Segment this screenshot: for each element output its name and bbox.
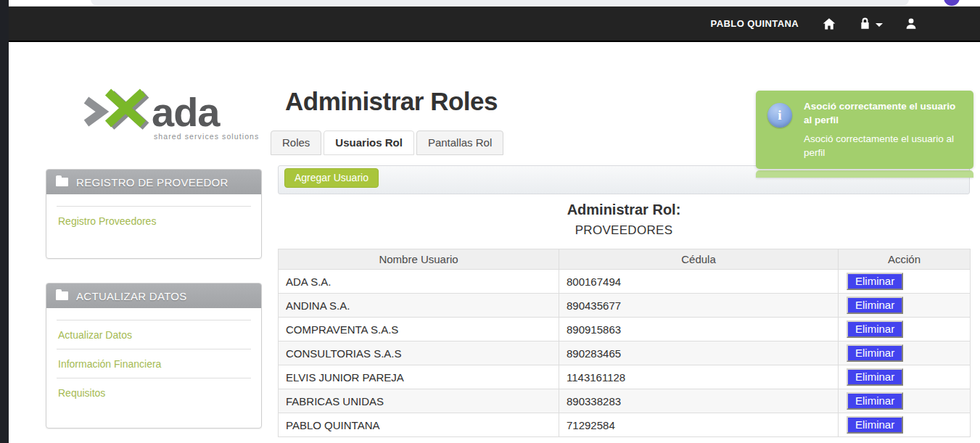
logged-in-username: PABLO QUINTANA — [711, 18, 799, 29]
agregar-usuario-button[interactable]: Agregar Usuario — [284, 168, 379, 188]
panel-title: ACTUALIZAR DATOS — [76, 290, 187, 302]
sidebar-link-requisitos[interactable]: Requisitos — [57, 378, 251, 407]
table-body: ADA S.A.800167494EliminarANDINA S.A.8904… — [279, 270, 971, 437]
column-header-cedula: Cédula — [559, 249, 839, 270]
panel-header: ACTUALIZAR DATOS — [46, 283, 261, 308]
cell-nombre-usuario: FABRICAS UNIDAS — [279, 389, 559, 413]
cell-nombre-usuario: ANDINA S.A. — [279, 294, 559, 318]
column-header-nombre-usuario: Nombre Usuario — [279, 249, 559, 270]
cell-cedula: 800167494 — [559, 270, 839, 294]
cell-accion: Eliminar — [839, 341, 971, 365]
cell-accion: Eliminar — [839, 294, 971, 318]
window-edge-strip — [0, 0, 9, 443]
sidebar-link-actualizar-datos[interactable]: Actualizar Datos — [57, 320, 251, 349]
sidebar-panel-actualizar-datos: ACTUALIZAR DATOS Actualizar DatosInforma… — [46, 283, 262, 428]
eliminar-button[interactable]: Eliminar — [847, 297, 903, 314]
cell-cedula: 890283465 — [559, 341, 839, 365]
eliminar-button[interactable]: Eliminar — [847, 320, 903, 338]
table-row: COMPRAVENTA S.A.S890915863Eliminar — [279, 318, 971, 341]
role-heading: Administrar Rol: — [278, 202, 970, 218]
eliminar-button[interactable]: Eliminar — [847, 368, 903, 386]
role-name: PROVEEDORES — [278, 223, 970, 238]
table-row: ADA S.A.800167494Eliminar — [279, 270, 971, 294]
cell-accion: Eliminar — [839, 413, 971, 437]
table-row: CONSULTORIAS S.A.S890283465Eliminar — [279, 341, 971, 365]
toast-title: Asoció correctamente el usuario al perfi… — [804, 100, 962, 128]
address-bar-edge — [91, 0, 909, 6]
info-icon: i — [767, 103, 792, 128]
ada-logo: ada shared services solutions — [75, 81, 272, 145]
eliminar-button[interactable]: Eliminar — [847, 416, 903, 434]
cell-nombre-usuario: ELVIS JUNIOR PAREJA — [279, 365, 559, 389]
cell-cedula: 71292584 — [559, 413, 839, 437]
browser-toolbar-edge — [9, 0, 980, 7]
home-icon[interactable] — [822, 17, 836, 31]
top-navbar: PABLO QUINTANA — [9, 7, 980, 42]
user-profile-icon[interactable] — [905, 17, 918, 30]
cell-nombre-usuario: ADA S.A. — [279, 270, 559, 294]
cell-cedula: 890915863 — [559, 318, 839, 341]
table-row: PABLO QUINTANA71292584Eliminar — [279, 413, 971, 437]
page-title: Administrar Roles — [285, 87, 498, 116]
tab-bar: RolesUsuarios RolPantallas Rol — [271, 131, 503, 155]
tab-roles[interactable]: Roles — [271, 131, 321, 155]
cell-nombre-usuario: CONSULTORIAS S.A.S — [279, 341, 559, 365]
sidebar-panel-registro-proveedor: REGISTRO DE PROVEEDOR Registro Proveedor… — [46, 169, 262, 259]
logo-chevron — [86, 100, 102, 123]
logo-tagline: shared services solutions — [154, 132, 259, 141]
table-row: FABRICAS UNIDAS890338283Eliminar — [279, 389, 971, 413]
sidebar-link-registro-proveedores[interactable]: Registro Proveedores — [57, 207, 251, 235]
folder-icon — [56, 178, 68, 186]
toast-stack: i Asoció correctamente el usuario al per… — [756, 91, 973, 178]
table-row: ELVIS JUNIOR PAREJA1143161128Eliminar — [279, 365, 971, 389]
toast-success[interactable]: i Asoció correctamente el usuario al per… — [756, 91, 973, 169]
table-row: ANDINA S.A.890435677Eliminar — [279, 294, 971, 318]
eliminar-button[interactable]: Eliminar — [847, 273, 903, 290]
eliminar-button[interactable]: Eliminar — [847, 344, 903, 362]
panel-body: Actualizar DatosInformación FinancieraRe… — [46, 308, 261, 407]
users-role-table: Nombre UsuarioCédulaAcción ADA S.A.80016… — [278, 249, 971, 437]
logo-brand-text: ada — [152, 89, 221, 135]
tab-pantallas-rol[interactable]: Pantallas Rol — [416, 131, 503, 155]
eliminar-button[interactable]: Eliminar — [847, 392, 903, 410]
lock-menu-icon[interactable] — [858, 17, 883, 30]
cell-nombre-usuario: PABLO QUINTANA — [279, 413, 559, 437]
cell-accion: Eliminar — [839, 365, 971, 389]
toast-next-edge[interactable] — [756, 170, 973, 178]
cell-nombre-usuario: COMPRAVENTA S.A.S — [279, 318, 559, 341]
panel-body: Registro Proveedores — [46, 194, 261, 235]
sidebar-link-informacion-financiera[interactable]: Información Financiera — [57, 349, 251, 378]
cell-cedula: 890338283 — [559, 389, 839, 413]
panel-header: REGISTRO DE PROVEEDOR — [46, 170, 261, 194]
cell-cedula: 1143161128 — [559, 365, 839, 389]
cell-accion: Eliminar — [839, 318, 971, 341]
cell-accion: Eliminar — [839, 270, 971, 294]
table-header-row: Nombre UsuarioCédulaAcción — [279, 249, 971, 270]
folder-icon — [56, 291, 68, 300]
panel-title: REGISTRO DE PROVEEDOR — [76, 176, 228, 189]
tab-usuarios-rol[interactable]: Usuarios Rol — [324, 131, 414, 155]
column-header-accion: Acción — [839, 249, 971, 270]
toast-message: Asoció correctamente el usuario al perfi… — [804, 133, 962, 160]
chevron-down-icon — [876, 23, 883, 27]
cell-cedula: 890435677 — [559, 294, 839, 318]
cell-accion: Eliminar — [839, 389, 971, 413]
